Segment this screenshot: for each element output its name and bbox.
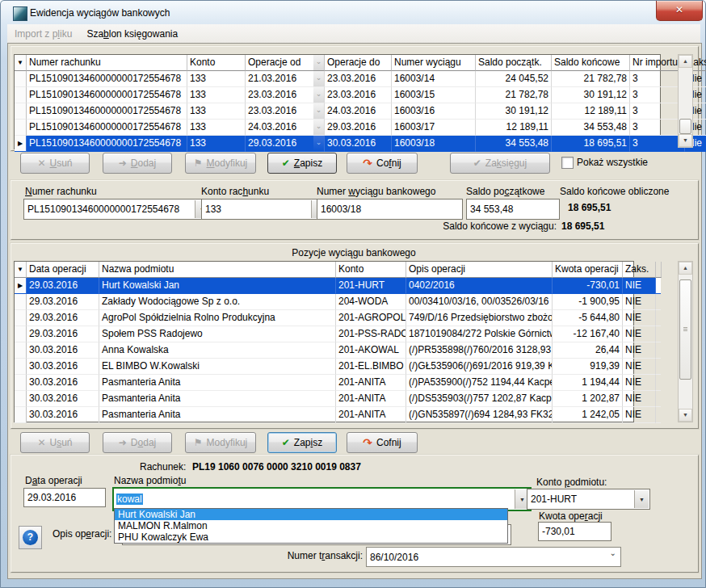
chevron-down-icon[interactable]: ▼	[634, 490, 649, 508]
cofnij-button[interactable]: ↷Cofnij	[347, 153, 418, 174]
cell: AgroPol Spółdzielnia Rolno Produkcyjna	[99, 310, 336, 326]
saldo-poczatkowe-input[interactable]: 34 553,48	[466, 199, 560, 220]
row-indicator-icon: ▶	[15, 278, 27, 294]
column-header-konto[interactable]: Konto	[336, 262, 406, 278]
scroll-up-icon[interactable]: ▲	[679, 262, 692, 275]
cell-filler	[656, 359, 661, 375]
table-row[interactable]: 30.03.2016 EL BIMBO W.Kowalski 201-EL.BI…	[15, 359, 633, 375]
cell: 3	[630, 120, 685, 136]
cell: 12 189,11	[476, 120, 552, 136]
grid-options-icon[interactable]: ▼	[15, 262, 27, 278]
table-row[interactable]: 30.03.2016 Pasmanteria Anita 201-ANITA (…	[15, 407, 633, 423]
data-operacji-input[interactable]: 29.03.2016	[23, 488, 106, 507]
cell: PL15109013460000000172554678	[27, 87, 187, 103]
dodaj-button[interactable]: ➜Dodaj	[103, 153, 172, 174]
cell: 201-ANITA	[336, 391, 406, 407]
modyfikuj-button-2[interactable]: ⚑Modyfikuj	[185, 432, 256, 453]
cell: (/)DS535903(/)757 1202,87 Kacpe	[406, 391, 553, 407]
numer-rachunku-combo[interactable]: PL15109013460000000172554678▼	[23, 199, 211, 220]
column-header-konto[interactable]: Konto	[187, 55, 246, 71]
column-header-operacje-do[interactable]: Operacje do	[325, 55, 392, 71]
cell: 0402/2016	[406, 278, 553, 294]
cell: 3	[630, 87, 685, 103]
cell-filler	[656, 294, 661, 310]
nazwa-podmiotu-label: Nazwa podmiotu	[114, 475, 186, 486]
dropdown-item[interactable]: PHU Kowalczyk Ewa	[115, 531, 507, 543]
table-row[interactable]: 30.03.2016 Anna Kowalska 201-AKOWAL (/)P…	[15, 342, 633, 359]
column-header-nr-importu[interactable]: Nr importu	[630, 55, 685, 71]
column-header-zaks[interactable]: Zaks.	[623, 262, 656, 278]
window-title: Ewidencja wyciągów bankowych	[30, 7, 170, 19]
kwota-operacji-input[interactable]: -730,01	[538, 522, 611, 541]
column-header-data-operacji[interactable]: Data operacji	[27, 262, 99, 278]
cell-filler	[656, 326, 661, 342]
row-indicator-icon: ▶	[15, 136, 27, 152]
scrollbar-thumb[interactable]	[679, 119, 691, 134]
help-button[interactable]: ?	[19, 526, 42, 549]
table-row[interactable]: 30.03.2016 Pasmanteria Anita 201-ANITA (…	[15, 375, 633, 391]
table-row[interactable]: PL15109013460000000172554678 133 23.03.2…	[15, 103, 660, 120]
zaksieguj-button[interactable]: ✔Zaksięguj	[450, 153, 550, 174]
column-header-saldo-koncowe[interactable]: Saldo końcowe	[552, 55, 630, 71]
dropdown-item[interactable]: MALMON R.Malmon	[115, 520, 507, 531]
saldo-poczatkowe-label: Saldo początkowe	[466, 186, 544, 197]
grid-options-icon[interactable]: ▼	[15, 55, 27, 71]
cell: (/)PA535900(/)752 1194,44 Kacpe	[406, 375, 553, 391]
cell: 29.03.2016⌄	[246, 136, 325, 152]
zapisz-button[interactable]: ✔Zapisz	[267, 153, 337, 174]
cell: 29.03.2016	[325, 120, 392, 136]
konto-rachunku-combo[interactable]: 133▼	[201, 199, 327, 220]
pokaz-wszystkie-checkbox[interactable]	[561, 157, 574, 169]
statements-scrollbar[interactable]: ▲ ▼	[678, 54, 693, 148]
cofnij-button-2[interactable]: ↷Cofnij	[347, 432, 418, 453]
table-row[interactable]: 29.03.2016 Zakłady Wodociągowe Sp z o.o.…	[15, 294, 633, 310]
dropdown-item-selected[interactable]: Hurt Kowalski Jan	[115, 509, 507, 520]
table-row[interactable]: 29.03.2016 AgroPol Spółdzielnia Rolno Pr…	[15, 310, 633, 326]
menu-item-szablon-ksiegowania[interactable]: Szablon księgowania	[79, 26, 185, 42]
header-filler	[656, 262, 662, 278]
close-button[interactable]: ✕	[656, 1, 703, 21]
saldo-koncowe-obliczone-label: Saldo końcowe obliczone	[560, 186, 669, 197]
table-row[interactable]: 30.03.2016 Pasmanteria Anita 201-ANITA (…	[15, 391, 633, 407]
positions-scrollbar[interactable]: ▲ ▼	[678, 261, 693, 422]
numer-wyciagu-input[interactable]: 16003/18	[317, 199, 463, 220]
table-row-selected[interactable]: ▶ 29.03.2016 Hurt Kowalski Jan 201-HURT …	[15, 278, 633, 294]
scrollbar-thumb[interactable]	[679, 279, 691, 380]
table-row[interactable]: PL15109013460000000172554678 133 24.03.2…	[15, 120, 660, 136]
row-indicator	[15, 407, 27, 423]
konto-podmiotu-combo[interactable]: 201-HURT▼	[527, 489, 650, 510]
cell: -5 644,80	[553, 310, 623, 326]
column-header-numer-rachunku[interactable]: Numer rachunku	[27, 55, 187, 71]
row-indicator	[15, 342, 27, 359]
zapisz-button-2[interactable]: ✔Zapisz	[267, 432, 337, 453]
delete-icon: ✕	[37, 438, 45, 447]
column-header-operacje-od[interactable]: Operacje od⌄	[246, 55, 325, 71]
edit-flag-icon: ⚑	[194, 438, 203, 447]
scroll-up-icon[interactable]: ▲	[679, 55, 692, 68]
modyfikuj-button[interactable]: ⚑Modyfikuj	[185, 153, 256, 174]
scroll-down-icon[interactable]: ▼	[679, 409, 692, 422]
menu-item-import-z-pliku[interactable]: Import z pliku	[7, 26, 79, 42]
cell: 133	[187, 120, 246, 136]
undo-icon: ↷	[363, 438, 372, 447]
close-icon: ✕	[675, 4, 683, 15]
dodaj-button-2[interactable]: ➜Dodaj	[103, 432, 172, 453]
cell: Zakłady Wodociągowe Sp z o.o.	[99, 294, 336, 310]
column-header-numer-wyciagu[interactable]: Numer wyciągu	[392, 55, 476, 71]
window: Ewidencja wyciągów bankowych ✕ Import z …	[0, 0, 706, 588]
nazwa-podmiotu-dropdown: Hurt Kowalski Jan MALMON R.Malmon PHU Ko…	[114, 508, 508, 544]
cell: PL15109013460000000172554678	[27, 120, 187, 136]
table-row[interactable]: 29.03.2016 Społem PSS Radojewo 201-PSS-R…	[15, 326, 633, 342]
usun-button-2[interactable]: ✕Usuń	[20, 432, 90, 453]
scroll-down-icon[interactable]: ▼	[679, 134, 692, 147]
numer-transakcji-combo[interactable]: 86/10/2016⌄	[366, 547, 621, 567]
column-header-nazwa-podmiotu[interactable]: Nazwa podmiotu	[99, 262, 336, 278]
column-header-opis-operacji[interactable]: Opis operacji	[406, 262, 553, 278]
table-row[interactable]: PL15109013460000000172554678 133 21.03.2…	[15, 71, 660, 87]
table-row-selected[interactable]: ▶ PL15109013460000000172554678 133 29.03…	[15, 136, 660, 152]
table-row[interactable]: PL15109013460000000172554678 133 23.03.2…	[15, 87, 660, 103]
cell: 18 695,51	[552, 136, 630, 152]
column-header-kwota-operacji[interactable]: Kwota operacji	[553, 262, 623, 278]
usun-button[interactable]: ✕Usuń	[20, 153, 90, 174]
column-header-saldo-poczatkowe[interactable]: Saldo początk.	[476, 55, 552, 71]
